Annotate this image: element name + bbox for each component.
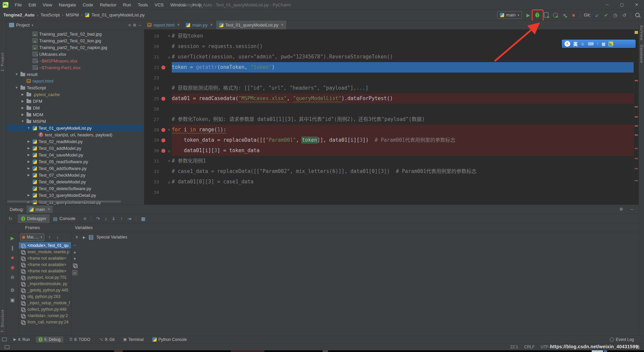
breakpoint-icon[interactable] — [161, 128, 165, 132]
menu-navigate[interactable]: Navigate — [56, 1, 79, 8]
tree-item[interactable]: UMcases.xlsx — [6, 51, 144, 57]
breakpoint-icon[interactable] — [161, 97, 165, 101]
breakpoint-icon[interactable] — [161, 149, 165, 153]
special-variables-label[interactable]: Special Variables — [97, 235, 127, 239]
debug-session-tab[interactable]: main × — [26, 206, 53, 213]
tree-item[interactable]: ▼TestScript — [6, 84, 144, 91]
frame-up-button[interactable]: ↑ — [47, 234, 52, 240]
chevron-down-icon[interactable]: ▾ — [32, 24, 33, 27]
mic-icon[interactable]: ↑ — [597, 42, 599, 46]
ime-mode-label[interactable]: 英 — [573, 41, 578, 47]
tree-item[interactable]: ▶Test_03_addModel.py — [6, 145, 144, 151]
frame-row[interactable]: <lambda>, runner.py:2 — [19, 312, 71, 319]
event-log-button[interactable]: Event Log — [610, 337, 634, 342]
frame-row[interactable]: obj, python.py:263 — [19, 293, 71, 300]
code-line[interactable]: 34 — [144, 187, 634, 197]
menu-tools[interactable]: Tools — [135, 1, 151, 8]
tab-debugger[interactable]: Debugger — [18, 214, 50, 223]
code-line[interactable]: 26 — [144, 104, 634, 114]
code-line[interactable]: 31▿# 参数化用例1 — [144, 156, 634, 166]
view-breakpoints-button[interactable]: ◉ — [10, 265, 15, 270]
frame-row[interactable]: <frame not available> — [19, 268, 71, 274]
stop-button[interactable]: ■ — [571, 12, 576, 18]
toolwindow-button-terminal[interactable]: ▣Terminal — [120, 337, 146, 343]
tree-item[interactable]: ▶Test_06_addSoftware.py — [6, 165, 144, 172]
scroll-down-icon[interactable]: ▼ — [73, 257, 76, 261]
debug-button[interactable] — [535, 13, 540, 17]
tree-item[interactable]: Training_part2_Test_02_bad.jpg — [6, 31, 144, 37]
tree-item[interactable]: report.html — [6, 78, 144, 84]
code-line[interactable]: 32# case1_data = replaceData([["Param002… — [144, 166, 634, 177]
stripe-tab-database[interactable]: Database — [640, 45, 644, 63]
step-into-button[interactable]: ↓ — [105, 216, 107, 221]
profile-button[interactable] — [553, 13, 558, 17]
close-icon[interactable]: × — [281, 23, 283, 27]
code-line[interactable]: 28▿for i in range(1): — [144, 125, 634, 135]
menu-code[interactable]: Code — [80, 1, 96, 8]
pin-icon[interactable]: ▣ — [10, 297, 15, 303]
frame-row[interactable]: collect, python.py:448 — [19, 306, 71, 312]
caret-position[interactable]: 22:1 — [510, 345, 518, 349]
menu-edit[interactable]: Edit — [25, 1, 39, 8]
search-everywhere-button[interactable] — [635, 13, 640, 17]
expand-icon[interactable]: ▶ — [83, 235, 86, 239]
layout-settings-icon[interactable]: ≡ — [84, 216, 86, 221]
evaluate-expression-button[interactable]: ▦ — [141, 216, 145, 221]
breadcrumb-item[interactable]: Test_01_queryModelList.py — [92, 12, 145, 17]
run-configurations-button[interactable]: ≡ — [562, 12, 567, 17]
tree-item[interactable]: Training_part2_Test_02_napkin.jpg — [6, 44, 144, 51]
close-button[interactable]: ✕ — [629, 0, 644, 9]
settings-icon[interactable]: ⚙ — [10, 288, 15, 293]
frame-row[interactable]: from_call, runner.py:24 — [19, 319, 71, 325]
run-config-selector[interactable]: main ▾ — [497, 11, 522, 19]
close-icon[interactable]: × — [177, 23, 179, 27]
frame-row[interactable]: <module>, Test_01_qu — [19, 242, 71, 249]
force-step-into-button[interactable]: ⇓ — [112, 216, 116, 221]
frame-row[interactable]: pyimport, local.py:701 — [19, 274, 71, 280]
tree-item[interactable]: ~$Training-Part1.xlsx — [6, 64, 144, 71]
stop-button[interactable]: ■ — [10, 255, 15, 260]
rollback-button[interactable]: ↺ — [622, 12, 627, 18]
code-line[interactable]: 23 — [144, 73, 634, 83]
breadcrumb-item[interactable]: MSPM — [66, 12, 79, 17]
tree-item[interactable]: ▼result — [6, 71, 144, 78]
close-icon[interactable]: × — [210, 23, 213, 27]
menu-view[interactable]: View — [40, 1, 55, 8]
gear-icon[interactable]: ⚙ — [133, 23, 137, 28]
hide-panel-icon[interactable]: ─ — [138, 23, 141, 28]
frame-row[interactable]: _inject_setup_module_f — [19, 300, 71, 306]
tree-item[interactable]: ▶Test_07_checkModel.py — [6, 172, 144, 178]
toolwindow-button-6-todo[interactable]: ☰6: TODO — [67, 337, 93, 343]
maximize-button[interactable]: ▢ — [614, 0, 629, 9]
code-line[interactable]: 30⌂ data01[i][3] = token_data — [144, 145, 634, 156]
tree-item[interactable]: test_start(id, url, headers, payload) — [6, 131, 144, 138]
code-line[interactable]: 27# 参数化Token，例如: 请求参数是 data01[1][3]，其中1代… — [144, 114, 634, 125]
tree-item[interactable]: ▼Test_01_queryModelList.py — [6, 125, 144, 131]
toolwindow-button-4-run[interactable]: ▶4: Run — [11, 337, 33, 343]
keyboard-icon[interactable]: ⌨ — [588, 42, 593, 46]
menu-file[interactable]: File — [12, 1, 25, 8]
ime-skin-icon[interactable] — [608, 42, 613, 46]
tree-item[interactable]: Test_09_deleteSoftware.py — [6, 185, 144, 192]
scroll-up-icon[interactable]: ▲ — [73, 250, 76, 254]
code-line[interactable]: 24# 获取原始测试用例，格式为: [["id", "url", "header… — [144, 83, 634, 93]
tree-item[interactable]: Training_part2_Test_02_lion.jpg — [6, 37, 144, 44]
frame-down-button[interactable]: ↓ — [55, 234, 60, 240]
breadcrumb-item[interactable]: Tengine2_Auto — [3, 12, 35, 17]
show-all-frames-toggle[interactable]: ∞ — [72, 270, 77, 275]
breakpoint-icon[interactable] — [161, 138, 165, 142]
horizontal-scrollbar[interactable] — [7, 201, 121, 203]
tree-item[interactable]: ▶Test_10_queryModelDetail.py — [6, 192, 144, 199]
frame-row[interactable]: _importtestmodule, py — [19, 280, 71, 287]
stripe-tab-project[interactable]: 1: Project — [0, 52, 4, 71]
toolwindow-button-5-debug[interactable]: 5: Debug — [36, 337, 63, 343]
code-line[interactable]: 20# session = requests.session() — [144, 41, 634, 52]
editor-tab[interactable]: Test_01_queryModelList.py× — [216, 20, 287, 29]
gear-icon[interactable]: ⚙ — [620, 207, 623, 212]
minimize-button[interactable]: ─ — [600, 0, 614, 9]
stripe-tab-structure[interactable]: 7: Structure — [0, 309, 4, 333]
stripe-tab-sciview[interactable]: SciView — [640, 25, 644, 41]
line-separator[interactable]: CRLF — [524, 345, 535, 349]
emoji-icon[interactable]: ☺ — [581, 42, 585, 46]
code-line[interactable]: 29 token_data = replaceData([["Param001"… — [144, 135, 634, 145]
